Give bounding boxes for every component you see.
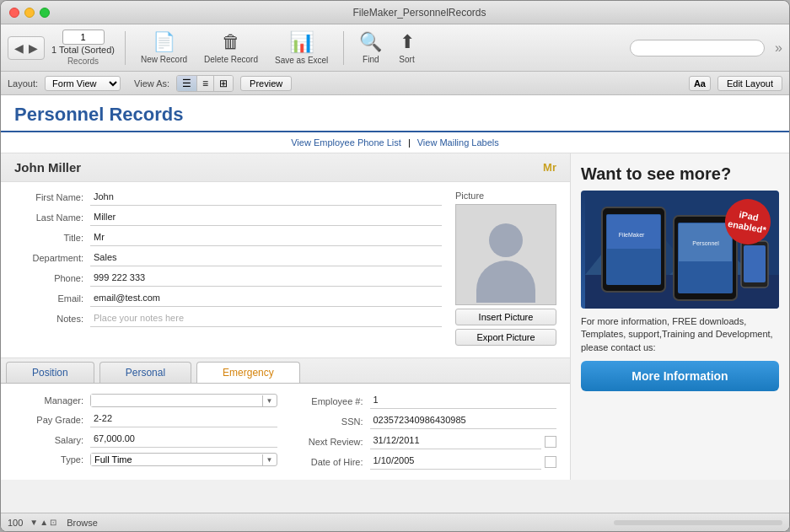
- department-value: Sales: [90, 251, 442, 266]
- manager-dropdown-arrow[interactable]: ▼: [262, 395, 277, 406]
- delete-record-button[interactable]: 🗑 Delete Record: [199, 30, 263, 66]
- find-button[interactable]: 🔍 Find: [354, 30, 387, 66]
- view-list-button[interactable]: ≡: [197, 76, 214, 91]
- type-input[interactable]: [91, 454, 262, 465]
- ssn-row: SSN: 023572340986430985: [294, 414, 557, 429]
- picture-label: Picture: [455, 191, 484, 201]
- tab-fields-left: Manager: ▼ Pay Grade: 2-22: [14, 394, 277, 470]
- tab-position[interactable]: Position: [6, 362, 94, 383]
- edit-layout-button[interactable]: Edit Layout: [717, 76, 782, 91]
- zoom-in-icon[interactable]: ▲: [40, 518, 48, 527]
- records-label: Records: [67, 56, 99, 66]
- preview-button[interactable]: Preview: [240, 76, 292, 91]
- notes-row: Notes: Place your notes here: [14, 312, 442, 327]
- tab-emergency-label: Emergency: [223, 367, 274, 379]
- last-name-value: Miller: [90, 211, 442, 226]
- toolbar-divider-2: [343, 31, 344, 65]
- promo-title: Want to see more?: [581, 164, 779, 184]
- phone-row: Phone: 999 222 333: [14, 271, 442, 287]
- export-picture-button[interactable]: Export Picture: [455, 329, 556, 346]
- layout-bar: Layout: Form View View As: ☰ ≡ ⊞ Preview…: [1, 72, 789, 95]
- view-table-button[interactable]: ⊞: [214, 76, 233, 91]
- tabs-section: Position Personal Emergency: [1, 357, 570, 480]
- maximize-button[interactable]: [40, 8, 50, 18]
- app-window: FileMaker_PersonnelRecords ◀ ▶ 1 Total (…: [0, 0, 790, 532]
- search-input[interactable]: [630, 40, 765, 56]
- phone-list-link[interactable]: View Employee Phone List: [291, 137, 401, 148]
- zoom-out-icon[interactable]: ▼: [30, 518, 38, 527]
- record-number-input[interactable]: [62, 30, 105, 45]
- department-row: Department: Sales: [14, 251, 442, 266]
- tab-bar: Position Personal Emergency: [1, 358, 570, 384]
- sort-icon: ⬆: [400, 31, 415, 53]
- fields-picture-row: First Name: John Last Name: Miller Title…: [1, 182, 570, 354]
- nav-controls: ◀ ▶: [8, 36, 45, 60]
- picture-column: Picture Insert Picture Export Picture: [455, 191, 556, 346]
- pay-grade-row: Pay Grade: 2-22: [14, 412, 277, 427]
- close-button[interactable]: [9, 8, 19, 18]
- type-dropdown-arrow[interactable]: ▼: [262, 454, 277, 465]
- find-icon: 🔍: [359, 31, 382, 53]
- toolbar-divider-1: [125, 31, 126, 65]
- ssn-value: 023572340986430985: [370, 414, 557, 429]
- toolbar-expand-icon[interactable]: »: [775, 40, 782, 56]
- save-excel-button[interactable]: 📊 Save as Excel: [270, 29, 333, 67]
- tab-content: Manager: ▼ Pay Grade: 2-22: [1, 384, 570, 480]
- sub-nav-separator: |: [408, 137, 411, 148]
- avatar-body: [476, 261, 535, 303]
- mailing-labels-link[interactable]: View Mailing Labels: [417, 137, 499, 148]
- nav-forward-button[interactable]: ▶: [27, 40, 40, 56]
- avatar-placeholder: [476, 207, 535, 303]
- more-info-button[interactable]: More Information: [581, 361, 779, 391]
- layout-label: Layout:: [8, 78, 38, 89]
- salutation: Mr: [543, 161, 556, 174]
- sub-nav: View Employee Phone List | View Mailing …: [1, 132, 789, 153]
- minimize-button[interactable]: [24, 8, 35, 18]
- ssn-label: SSN:: [294, 416, 370, 427]
- zoom-fit-icon[interactable]: ⊡: [50, 518, 56, 527]
- record-input-group: 1 Total (Sorted) Records: [51, 30, 115, 66]
- type-row: Type: ▼: [14, 453, 277, 466]
- delete-record-label: Delete Record: [204, 55, 258, 64]
- salary-value: 67,000.00: [90, 433, 277, 448]
- status-progress-bar: [614, 520, 782, 525]
- layout-select[interactable]: Form View: [45, 76, 121, 91]
- page-title: Personnel Records: [14, 104, 776, 126]
- aa-button[interactable]: Aa: [689, 76, 711, 91]
- toolbar: ◀ ▶ 1 Total (Sorted) Records 📄 New Recor…: [1, 24, 789, 72]
- tab-emergency[interactable]: Emergency: [196, 362, 300, 383]
- notes-value: Place your notes here: [90, 312, 442, 327]
- insert-picture-button[interactable]: Insert Picture: [455, 309, 556, 325]
- tab-personal[interactable]: Personal: [99, 362, 191, 383]
- title-value: Mr: [90, 231, 442, 246]
- save-excel-icon: 📊: [289, 30, 314, 54]
- manager-dropdown[interactable]: ▼: [90, 394, 277, 407]
- tab-fields-right: Employee #: 1 SSN: 023572340986430985 Ne…: [294, 394, 557, 470]
- nav-back-button[interactable]: ◀: [13, 40, 25, 56]
- avatar-head: [489, 223, 523, 257]
- salary-row: Salary: 67,000.00: [14, 433, 277, 448]
- view-form-button[interactable]: ☰: [177, 76, 197, 91]
- title-bar: FileMaker_PersonnelRecords: [1, 1, 789, 24]
- fields-column: First Name: John Last Name: Miller Title…: [14, 191, 442, 346]
- window-controls: [9, 8, 50, 18]
- record-count: 1 Total (Sorted): [51, 45, 115, 55]
- department-label: Department:: [14, 251, 90, 263]
- email-value: email@test.com: [90, 292, 442, 307]
- hire-date-row: Date of Hire: 1/10/2005: [294, 454, 557, 470]
- next-review-label: Next Review:: [294, 437, 370, 447]
- sort-button[interactable]: ⬆ Sort: [394, 30, 419, 66]
- new-record-button[interactable]: 📄 New Record: [136, 30, 192, 66]
- notes-label: Notes:: [14, 312, 90, 324]
- next-review-checkbox[interactable]: [545, 436, 556, 448]
- hire-date-checkbox[interactable]: [545, 456, 556, 468]
- insert-picture-label: Insert Picture: [479, 312, 534, 322]
- type-dropdown[interactable]: ▼: [90, 453, 277, 466]
- export-picture-label: Export Picture: [476, 332, 535, 342]
- type-label: Type:: [14, 454, 90, 465]
- delete-record-icon: 🗑: [222, 31, 240, 53]
- manager-input[interactable]: [91, 395, 262, 406]
- title-row: Title: Mr: [14, 231, 442, 246]
- picture-box: [455, 204, 556, 305]
- status-bar: 100 ▼ ▲ ⊡ Browse: [1, 513, 789, 531]
